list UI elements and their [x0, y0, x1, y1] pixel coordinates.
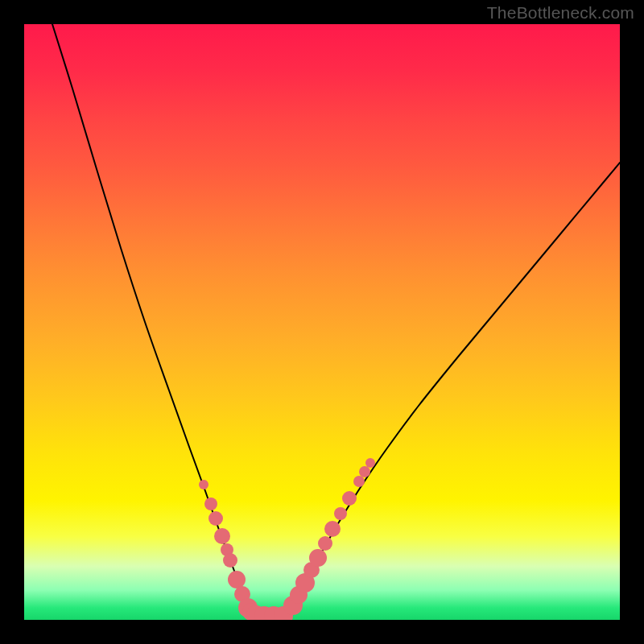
data-dot [365, 458, 375, 468]
left-curve [52, 24, 253, 615]
data-dot [359, 466, 370, 477]
data-dot [214, 528, 230, 544]
right-curve [288, 163, 620, 615]
data-dot [318, 536, 332, 551]
curve-layer [24, 24, 620, 620]
data-dot [199, 480, 208, 489]
watermark-text: TheBottleneck.com [487, 3, 634, 23]
data-dot [208, 511, 223, 526]
data-dot [334, 507, 347, 520]
dot-cluster [199, 458, 375, 620]
data-dot [324, 521, 341, 537]
data-dot [204, 497, 217, 510]
chart-stage: TheBottleneck.com [0, 0, 644, 644]
data-dot [309, 549, 327, 567]
data-dot [342, 491, 357, 506]
plot-area [24, 24, 620, 620]
data-dot [223, 553, 237, 568]
data-dot [353, 476, 365, 487]
data-dot [228, 571, 246, 588]
